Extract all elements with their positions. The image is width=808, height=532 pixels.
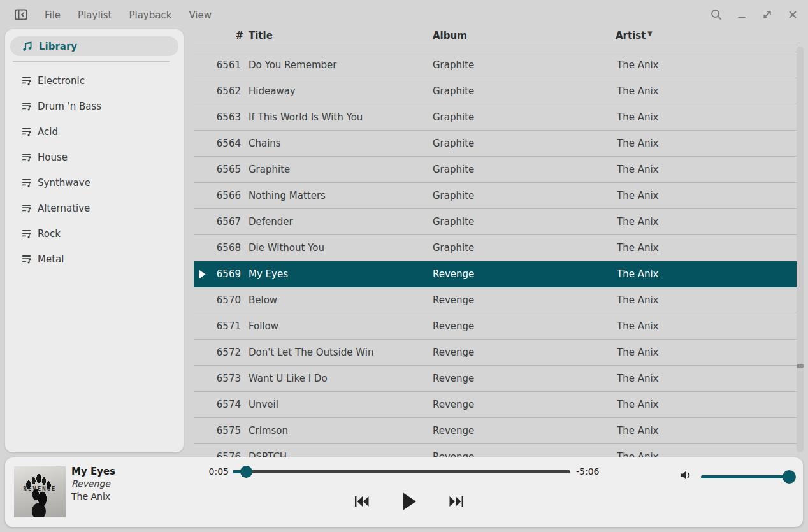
- now-playing-title: My Eyes: [71, 466, 115, 477]
- maximize-button[interactable]: [760, 8, 774, 22]
- table-row[interactable]: 6562 Hideaway Graphite The Anix: [194, 78, 798, 104]
- sidebar-playlist-item[interactable]: Synthwave: [5, 170, 184, 196]
- sidebar-playlist-item[interactable]: Metal: [5, 247, 184, 272]
- search-button[interactable]: [709, 8, 723, 22]
- next-track-button[interactable]: [441, 489, 472, 515]
- close-button[interactable]: [786, 8, 800, 22]
- sidebar-playlist-item[interactable]: Rock: [5, 221, 184, 247]
- playlist-label: Electronic: [38, 75, 85, 87]
- table-row[interactable]: 6561 Do You Remember Graphite The Anix: [194, 52, 798, 78]
- sidebar-item-library[interactable]: Library: [10, 36, 178, 56]
- cell-track-title: Die Without You: [249, 235, 324, 261]
- table-row[interactable]: 6569 My Eyes Revenge The Anix: [194, 261, 798, 287]
- playlist-label: Rock: [38, 228, 61, 240]
- cell-track-album: Graphite: [433, 183, 474, 208]
- library-label: Library: [39, 41, 77, 52]
- sidebar-playlist-item[interactable]: Drum 'n Bass: [5, 94, 184, 119]
- cell-track-number: 6572: [194, 340, 241, 365]
- menu-item[interactable]: View: [189, 10, 212, 21]
- sidebar-toggle-button[interactable]: [14, 8, 28, 22]
- cell-track-album: Revenge: [433, 418, 474, 443]
- cell-track-artist: The Anix: [617, 313, 658, 339]
- volume-slider[interactable]: [701, 470, 795, 484]
- cell-track-title: Below: [249, 287, 277, 313]
- cell-track-title: Chains: [249, 131, 281, 156]
- sort-descending-icon[interactable]: ▼: [647, 30, 653, 37]
- scrollbar-thumb[interactable]: [797, 364, 804, 368]
- sidebar-playlist-item[interactable]: House: [5, 145, 184, 170]
- cell-track-number: 6571: [194, 313, 241, 339]
- table-scrollbar[interactable]: [797, 47, 804, 452]
- table-row[interactable]: 6564 Chains Graphite The Anix: [194, 131, 798, 157]
- volume-knob[interactable]: [783, 470, 796, 484]
- cell-track-number: 6567: [194, 209, 241, 234]
- cell-track-album: Revenge: [433, 366, 474, 391]
- cell-track-album: Revenge: [433, 340, 474, 365]
- cell-track-album: Graphite: [433, 235, 474, 261]
- table-row[interactable]: 6565 Graphite Graphite The Anix: [194, 157, 798, 183]
- table-row[interactable]: 6571 Follow Revenge The Anix: [194, 313, 798, 340]
- playlist-icon: [22, 152, 32, 162]
- cell-track-number: 6574: [194, 392, 241, 417]
- menu-item[interactable]: Playlist: [78, 10, 112, 21]
- playlist-label: Drum 'n Bass: [38, 101, 101, 112]
- sidebar-separator: [13, 61, 170, 62]
- minimize-icon: [735, 13, 748, 23]
- cell-track-album: Graphite: [433, 52, 474, 78]
- playlist-icon: [22, 127, 32, 137]
- volume-button[interactable]: [679, 470, 693, 482]
- table-row[interactable]: 6573 Want U Like I Do Revenge The Anix: [194, 366, 798, 392]
- remaining-time: -5:06: [576, 466, 600, 477]
- sidebar-playlist-item[interactable]: Alternative: [5, 196, 184, 221]
- partially-scrolled-row[interactable]: [194, 46, 798, 52]
- table-row[interactable]: 6566 Nothing Matters Graphite The Anix: [194, 183, 798, 209]
- playlist-icon: [22, 254, 32, 264]
- table-row[interactable]: 6563 If This World Is With You Graphite …: [194, 104, 798, 131]
- cell-track-album: Revenge: [433, 287, 474, 313]
- table-row[interactable]: 6567 Defender Graphite The Anix: [194, 209, 798, 235]
- table-row[interactable]: 6574 Unveil Revenge The Anix: [194, 392, 798, 418]
- seek-slider[interactable]: [233, 466, 570, 477]
- cell-track-title: Graphite: [249, 157, 290, 182]
- table-row[interactable]: 6572 Don't Let The Outside Win Revenge T…: [194, 340, 798, 366]
- playlist-list: Electronic Drum 'n Bass Acid: [5, 68, 184, 272]
- menu-item[interactable]: File: [45, 10, 61, 21]
- cell-track-artist: The Anix: [617, 392, 658, 417]
- menu-bar: FilePlaylistPlaybackView: [45, 0, 212, 30]
- cell-track-title: Nothing Matters: [249, 183, 326, 208]
- header-artist[interactable]: Artist: [616, 30, 646, 41]
- minimize-button[interactable]: [735, 8, 749, 22]
- table-row[interactable]: 6568 Die Without You Graphite The Anix: [194, 235, 798, 261]
- progress-knob[interactable]: [240, 466, 252, 478]
- cell-track-title: My Eyes: [249, 261, 288, 287]
- seek-track[interactable]: [233, 470, 570, 473]
- playlist-label: Synthwave: [38, 177, 90, 189]
- cell-track-artist: The Anix: [617, 104, 658, 130]
- sidebar-playlist-item[interactable]: Electronic: [5, 68, 184, 94]
- sidebar-playlist-item[interactable]: Acid: [5, 119, 184, 145]
- table-row[interactable]: 6575 Crimson Revenge The Anix: [194, 418, 798, 444]
- header-number[interactable]: #: [194, 30, 243, 41]
- table-header: # Title Album Artist ▼: [194, 29, 798, 45]
- cell-track-title: If This World Is With You: [249, 104, 363, 130]
- cell-track-artist: The Anix: [617, 340, 658, 365]
- track-table: 6561 Do You Remember Graphite The Anix 6…: [194, 52, 798, 470]
- cell-track-artist: The Anix: [617, 52, 658, 78]
- playlist-label: Acid: [38, 126, 58, 138]
- menu-item[interactable]: Playback: [129, 10, 171, 21]
- cell-track-title: Don't Let The Outside Win: [249, 340, 374, 365]
- play-button[interactable]: [394, 489, 424, 515]
- previous-track-button[interactable]: [347, 489, 377, 515]
- header-album[interactable]: Album: [433, 30, 467, 41]
- header-title[interactable]: Title: [249, 30, 273, 41]
- maximize-icon: [761, 13, 774, 23]
- next-track-icon: [448, 496, 465, 509]
- table-row[interactable]: 6570 Below Revenge The Anix: [194, 287, 798, 313]
- now-playing-album: Revenge: [71, 478, 110, 489]
- cell-track-number: 6573: [194, 366, 241, 391]
- cell-track-artist: The Anix: [617, 261, 658, 287]
- cell-track-artist: The Anix: [617, 418, 658, 443]
- playlist-icon: [22, 178, 32, 188]
- cell-track-album: Revenge: [433, 261, 474, 287]
- cell-track-number: 6562: [194, 78, 241, 104]
